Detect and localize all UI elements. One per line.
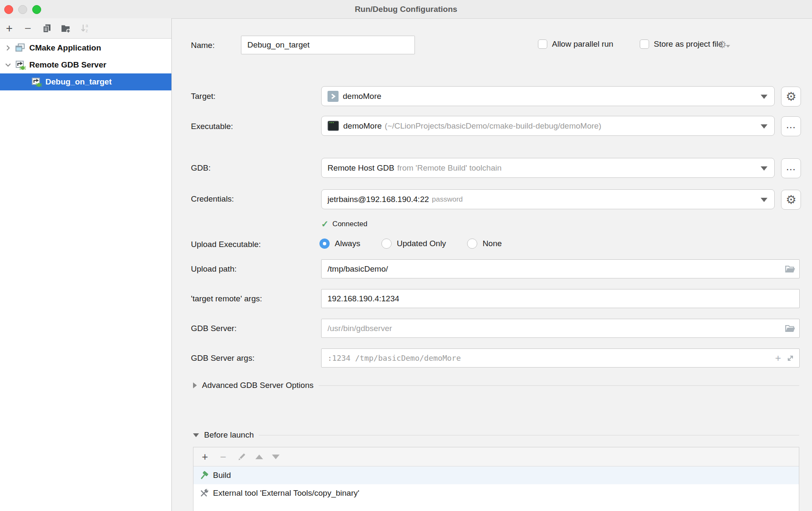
- edit-task-icon: [237, 452, 246, 462]
- remote-gdb-server-icon: [14, 59, 26, 71]
- advanced-section-label: Advanced GDB Server Options: [202, 381, 314, 390]
- title-bar: Run/Debug Configurations: [0, 0, 812, 19]
- before-launch-label: Before launch: [204, 430, 254, 440]
- before-launch-panel: + − Build: [193, 447, 799, 511]
- svg-text:z: z: [86, 28, 88, 33]
- connection-status-label: Connected: [333, 220, 367, 228]
- browse-folder-icon[interactable]: [784, 264, 795, 274]
- target-remote-args-label: 'target remote' args:: [191, 294, 262, 303]
- credentials-auth-type: password: [432, 195, 463, 204]
- new-folder-icon[interactable]: [60, 23, 71, 34]
- dropdown-caret-icon: [761, 198, 767, 202]
- allow-parallel-run-checkbox[interactable]: [538, 39, 547, 49]
- store-options-button[interactable]: ⚙: [718, 40, 730, 50]
- target-settings-button[interactable]: ⚙: [781, 87, 801, 107]
- tree-item-label: CMake Application: [29, 43, 101, 53]
- external-tool-icon: [199, 488, 209, 499]
- chevron-down-icon: [726, 45, 730, 48]
- dropdown-caret-icon: [761, 95, 767, 99]
- target-select[interactable]: demoMore: [321, 86, 775, 106]
- allow-parallel-run-option: Allow parallel run: [538, 39, 613, 49]
- browse-folder-icon[interactable]: [784, 324, 795, 333]
- window-title: Run/Debug Configurations: [0, 0, 812, 18]
- gear-icon: ⚙: [718, 40, 727, 50]
- cmake-application-icon: [14, 42, 26, 54]
- check-icon: ✓: [321, 219, 329, 229]
- gear-icon: ⚙: [786, 194, 796, 206]
- upload-path-input[interactable]: [321, 259, 800, 278]
- upload-executable-radio-group: Always Updated Only None: [319, 239, 502, 249]
- add-task-icon[interactable]: +: [200, 452, 210, 461]
- remote-gdb-config-icon: [31, 76, 42, 88]
- target-label: Target:: [191, 92, 216, 101]
- dropdown-caret-icon: [761, 124, 767, 129]
- advanced-gdb-server-options-section[interactable]: Advanced GDB Server Options: [193, 380, 799, 391]
- move-up-icon: [255, 455, 263, 459]
- gdb-server-input[interactable]: [321, 319, 800, 338]
- radio-updated-only[interactable]: [381, 239, 392, 249]
- sidebar-toolbar: + − a z: [0, 18, 171, 39]
- expanded-arrow-icon[interactable]: [193, 433, 199, 437]
- configurations-sidebar: + − a z: [0, 18, 172, 511]
- gdb-select[interactable]: Remote Host GDB from 'Remote Build' tool…: [321, 158, 775, 178]
- copy-configuration-icon[interactable]: [42, 23, 52, 34]
- gdb-server-label: GDB Server:: [191, 324, 237, 333]
- upload-executable-label: Upload Executable:: [191, 240, 261, 249]
- gdb-server-args-input[interactable]: [321, 348, 800, 368]
- task-label: External tool 'External Tools/copy_binar…: [213, 489, 359, 498]
- executable-binary-icon: [328, 120, 339, 132]
- build-hammer-icon: [199, 470, 209, 481]
- ellipsis-icon: …: [786, 120, 796, 130]
- target-remote-args-input[interactable]: [321, 289, 800, 308]
- expand-field-icon[interactable]: [785, 353, 795, 363]
- radio-always-label: Always: [335, 239, 360, 248]
- tree-item-cmake-application[interactable]: CMake Application: [0, 39, 171, 56]
- gear-icon: ⚙: [786, 91, 796, 103]
- credentials-select[interactable]: jetrbains@192.168.190.4:22 password: [321, 189, 775, 209]
- gdb-browse-button[interactable]: …: [781, 158, 801, 178]
- store-as-project-file-checkbox[interactable]: [640, 39, 649, 49]
- configuration-tree: CMake Application Remote GDB Server: [0, 39, 171, 90]
- tree-item-label: Remote GDB Server: [29, 60, 106, 70]
- credentials-label: Credentials:: [191, 194, 234, 204]
- gdb-value: Remote Host GDB: [328, 163, 394, 173]
- credentials-settings-button[interactable]: ⚙: [781, 190, 801, 210]
- executable-browse-button[interactable]: …: [781, 116, 801, 136]
- gdb-server-args-label: GDB Server args:: [191, 354, 255, 363]
- section-divider: [259, 435, 799, 435]
- before-launch-task-external-tool[interactable]: External tool 'External Tools/copy_binar…: [193, 484, 799, 502]
- chevron-down-icon[interactable]: [3, 60, 13, 70]
- executable-value: demoMore: [343, 121, 382, 131]
- radio-none-label: None: [482, 239, 501, 248]
- before-launch-toolbar: + −: [193, 447, 799, 466]
- name-input[interactable]: [241, 36, 415, 54]
- add-configuration-icon[interactable]: +: [4, 24, 14, 33]
- section-divider: [319, 385, 799, 386]
- gdb-label: GDB:: [191, 163, 210, 173]
- credentials-value: jetrbains@192.168.190.4:22: [328, 195, 429, 204]
- name-label: Name:: [191, 41, 215, 50]
- before-launch-section[interactable]: Before launch: [193, 430, 799, 441]
- add-macro-icon[interactable]: +: [775, 354, 781, 362]
- upload-path-label: Upload path:: [191, 264, 237, 274]
- before-launch-task-build[interactable]: Build: [193, 466, 799, 484]
- tree-item-debug-on-target[interactable]: Debug_on_target: [0, 73, 171, 90]
- remove-task-icon: −: [218, 452, 228, 461]
- target-value: demoMore: [343, 92, 381, 101]
- run-debug-configurations-dialog: { "window": { "title": "Run/Debug Config…: [0, 0, 812, 511]
- remove-configuration-icon[interactable]: −: [23, 24, 33, 33]
- chevron-right-icon[interactable]: [3, 43, 13, 53]
- store-as-project-file-option: Store as project file: [640, 39, 723, 49]
- allow-parallel-run-label: Allow parallel run: [552, 39, 613, 49]
- task-label: Build: [213, 471, 231, 480]
- executable-select[interactable]: demoMore (~/CLionProjects/basicDemo/cmak…: [321, 116, 775, 136]
- move-down-icon: [272, 455, 280, 459]
- sort-configurations-icon: a z: [79, 23, 90, 34]
- tree-item-remote-gdb-server[interactable]: Remote GDB Server: [0, 56, 171, 73]
- collapsed-arrow-icon[interactable]: [193, 382, 197, 388]
- radio-updated-only-label: Updated Only: [397, 239, 446, 248]
- radio-always[interactable]: [319, 239, 330, 249]
- executable-path: (~/CLionProjects/basicDemo/cmake-build-d…: [385, 121, 602, 131]
- connection-status: ✓ Connected: [321, 219, 367, 229]
- radio-none[interactable]: [467, 239, 477, 249]
